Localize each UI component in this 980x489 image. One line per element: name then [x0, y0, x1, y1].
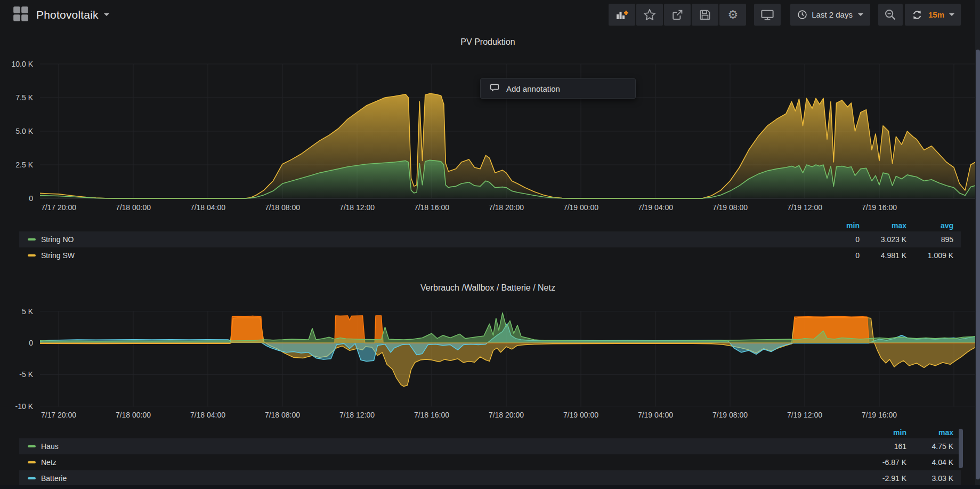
comment-bubble-icon	[490, 83, 499, 94]
series-swatch-haus	[28, 445, 36, 447]
dashboard-title-caret-icon[interactable]	[104, 13, 109, 16]
legend-row-haus[interactable]: Haus 161 4.75 K	[19, 438, 961, 454]
y-axis-label: 2.5 K	[0, 161, 33, 169]
netz-min: -6.87 K	[860, 458, 906, 467]
refresh-button[interactable]: 15m	[905, 4, 961, 26]
save-icon	[699, 9, 711, 21]
zoom-out-button[interactable]	[878, 4, 903, 26]
haus-min: 161	[860, 442, 906, 451]
x-axis-label: 7/19 16:00	[853, 203, 906, 212]
batterie-min: -2.91 K	[860, 474, 906, 483]
x-axis-label: 7/19 00:00	[554, 411, 608, 419]
y-axis-label: -5 K	[0, 370, 33, 379]
legend-col-avg[interactable]: avg	[906, 221, 953, 230]
zoom-out-icon	[884, 9, 897, 21]
add-panel-icon	[615, 9, 629, 21]
netz-max: 4.04 K	[906, 458, 953, 467]
panel2-legend: min max Haus 161 4.75 K Netz -6.87 K 4.0…	[19, 427, 961, 486]
verbrauch-chart[interactable]	[40, 304, 976, 411]
panel1-title[interactable]: PV Produktion	[0, 37, 976, 47]
x-axis-label: 7/17 20:00	[32, 411, 85, 419]
y-axis-label: 5.0 K	[0, 127, 33, 135]
add-annotation-label: Add annotation	[506, 84, 560, 93]
legend-col-min[interactable]: min	[813, 221, 860, 230]
dashboards-grid-icon[interactable]	[13, 6, 29, 24]
x-axis-label: 7/18 08:00	[256, 411, 309, 419]
legend-row-batterie[interactable]: Batterie -2.91 K 3.03 K	[19, 470, 961, 486]
string-sw-max: 4.981 K	[860, 251, 906, 260]
haus-max: 4.75 K	[906, 442, 953, 451]
gear-icon: ⚙	[727, 9, 738, 21]
panel2-title[interactable]: Verbrauch /Wallbox / Batterie / Netz	[0, 283, 976, 293]
x-axis-label: 7/18 12:00	[330, 411, 384, 419]
x-axis-label: 7/19 16:00	[853, 411, 906, 419]
x-axis-label: 7/18 04:00	[181, 203, 234, 212]
legend-col-min[interactable]: min	[860, 428, 906, 437]
dashboard-title[interactable]: Photovoltaik	[36, 9, 99, 21]
refresh-caret-icon[interactable]	[949, 13, 954, 16]
share-icon	[671, 9, 684, 21]
x-axis-label: 7/19 04:00	[629, 203, 682, 212]
legend-row-string-sw[interactable]: String SW 0 4.981 K 1.009 K	[19, 247, 961, 263]
x-axis-label: 7/18 08:00	[256, 203, 309, 212]
legend-scrollbar-thumb[interactable]	[959, 429, 963, 468]
time-range-label: Last 2 days	[812, 10, 853, 19]
y-axis-label: 5 K	[0, 307, 33, 316]
legend-col-max[interactable]: max	[860, 221, 906, 230]
x-axis-label: 7/19 12:00	[778, 411, 831, 419]
time-range-picker[interactable]: Last 2 days	[790, 4, 870, 26]
legend-col-max[interactable]: max	[906, 428, 953, 437]
x-axis-label: 7/19 08:00	[703, 411, 757, 419]
series-label-batterie[interactable]: Batterie	[41, 474, 67, 483]
x-axis-label: 7/18 20:00	[480, 203, 533, 212]
series-swatch-string-no	[28, 238, 36, 241]
bottom-edge	[0, 485, 980, 489]
scrollbar-thumb[interactable]	[976, 50, 980, 479]
series-label-string-sw[interactable]: String SW	[41, 251, 75, 260]
settings-button[interactable]: ⚙	[719, 4, 746, 26]
x-axis-label: 7/18 16:00	[405, 411, 458, 419]
series-label-haus[interactable]: Haus	[41, 442, 59, 451]
y-axis-label: -10 K	[0, 402, 33, 411]
series-swatch-batterie	[28, 477, 36, 479]
x-axis-label: 7/18 00:00	[107, 203, 160, 212]
star-icon	[643, 9, 656, 21]
legend-header-row: min max	[19, 427, 961, 438]
string-sw-min: 0	[813, 251, 860, 260]
series-label-netz[interactable]: Netz	[41, 458, 56, 467]
monitor-icon	[760, 9, 774, 21]
string-sw-avg: 1.009 K	[906, 251, 953, 260]
x-axis-label: 7/19 12:00	[778, 203, 831, 212]
string-no-max: 3.023 K	[860, 235, 906, 244]
time-range-caret-icon	[858, 13, 863, 16]
x-axis-label: 7/18 00:00	[107, 411, 160, 419]
y-axis-label: 10.0 K	[0, 60, 33, 68]
y-axis-label: 0	[0, 339, 33, 347]
star-button[interactable]	[636, 4, 663, 26]
refresh-interval-label: 15m	[928, 10, 944, 19]
save-button[interactable]	[692, 4, 718, 26]
string-no-avg: 895	[906, 235, 953, 244]
x-axis-label: 7/17 20:00	[32, 203, 85, 212]
x-axis-label: 7/18 16:00	[405, 203, 458, 212]
x-axis-label: 7/18 04:00	[181, 411, 234, 419]
legend-row-string-no[interactable]: String NO 0 3.023 K 895	[19, 231, 961, 247]
series-label-string-no[interactable]: String NO	[41, 235, 74, 244]
legend-row-netz[interactable]: Netz -6.87 K 4.04 K	[19, 454, 961, 470]
batterie-max: 3.03 K	[906, 474, 953, 483]
y-axis-label: 0	[0, 194, 33, 203]
x-axis-label: 7/19 08:00	[703, 203, 757, 212]
legend-header-row: min max avg	[19, 220, 961, 231]
share-button[interactable]	[664, 4, 691, 26]
x-axis-label: 7/18 12:00	[330, 203, 384, 212]
add-panel-button[interactable]	[609, 4, 635, 26]
series-swatch-string-sw	[28, 254, 36, 256]
x-axis-label: 7/18 20:00	[480, 411, 533, 419]
add-annotation-menu[interactable]: Add annotation	[480, 78, 636, 99]
panel1-legend: min max avg String NO 0 3.023 K 895 Stri…	[19, 220, 961, 263]
navbar: Photovoltaik	[0, 0, 980, 29]
cycle-view-button[interactable]	[754, 4, 781, 26]
string-no-min: 0	[813, 235, 860, 244]
clock-icon	[797, 10, 807, 20]
y-axis-label: 7.5 K	[0, 93, 33, 102]
